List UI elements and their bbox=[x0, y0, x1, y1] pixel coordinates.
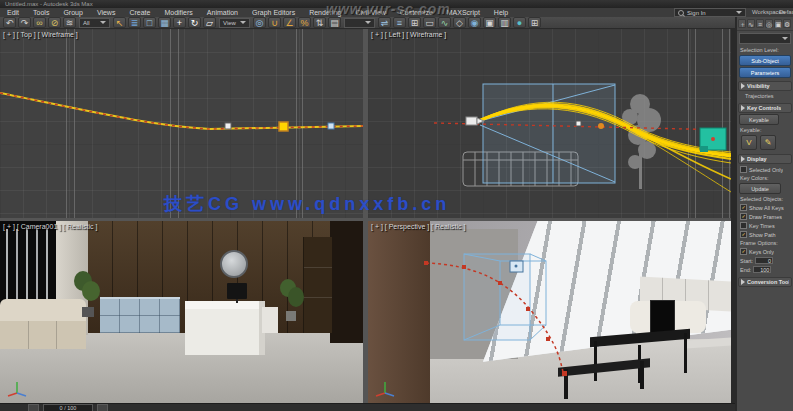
key-controls-rollout[interactable]: Key Controls bbox=[738, 103, 792, 113]
hierarchy-tab[interactable]: ≡ bbox=[756, 19, 764, 28]
checkbox-box[interactable]: ✓ bbox=[740, 248, 747, 255]
use-pivot-center-icon[interactable]: ◎ bbox=[253, 17, 266, 28]
conversion-tools-rollout[interactable]: Conversion Tools bbox=[738, 277, 792, 287]
keyable-button[interactable]: Keyable bbox=[739, 114, 779, 125]
checkbox-box[interactable] bbox=[740, 166, 747, 173]
viewport-perspective-label[interactable]: [ + ] [ Perspective ] [ Realistic ] bbox=[371, 223, 465, 230]
workspace-value[interactable]: Default bbox=[779, 9, 793, 15]
end-field[interactable]: 100 bbox=[753, 266, 771, 273]
chevron-down-icon bbox=[782, 37, 788, 40]
mirror-icon[interactable]: ⇌ bbox=[378, 17, 391, 28]
bind-to-spacewarp-icon[interactable]: ≋ bbox=[63, 17, 76, 28]
select-and-rotate-icon[interactable]: ↻ bbox=[188, 17, 201, 28]
selected-objects-label: Selected Objects: bbox=[737, 195, 793, 203]
viewport-camera[interactable]: [ + ] [ Camera001 ] [ Realistic ] bbox=[0, 221, 363, 403]
checkbox-show-path[interactable]: ✓Show Path bbox=[737, 230, 793, 239]
viewport-top[interactable]: [ + ] [ Top ] [ Wireframe ] bbox=[0, 29, 363, 218]
undo-icon[interactable]: ↶ bbox=[3, 17, 16, 28]
checkbox-box[interactable]: ✓ bbox=[740, 231, 747, 238]
rendered-frame-window-icon[interactable]: ▥ bbox=[498, 17, 511, 28]
named-selection-dropdown[interactable] bbox=[344, 18, 375, 28]
menu-tools[interactable]: Tools bbox=[26, 9, 56, 16]
viewport-top-label[interactable]: [ + ] [ Top ] [ Wireframe ] bbox=[3, 31, 78, 38]
sub-object-button[interactable]: Sub-Object bbox=[739, 55, 791, 66]
viewport-left-label[interactable]: [ + ] [ Left ] [ Wireframe ] bbox=[371, 31, 446, 38]
motion-tab[interactable]: ◎ bbox=[765, 19, 773, 28]
update-button[interactable]: Update bbox=[739, 183, 781, 194]
checkbox-show-all-keys[interactable]: ✓Show All Keys bbox=[737, 203, 793, 212]
select-object-icon[interactable]: ↖ bbox=[113, 17, 126, 28]
visibility-rollout[interactable]: Visibility bbox=[738, 81, 792, 91]
display-rollout[interactable]: Display bbox=[738, 154, 792, 164]
checkbox-key-times[interactable]: Key Times bbox=[737, 221, 793, 230]
frame-display[interactable]: 0 / 100 bbox=[43, 404, 93, 411]
frame-checks: ✓Keys Only bbox=[737, 247, 793, 256]
parameters-button[interactable]: Parameters bbox=[739, 67, 791, 78]
checkbox-draw-frames[interactable]: ✓Draw Frames bbox=[737, 212, 793, 221]
ribbon-icon[interactable]: ▭ bbox=[423, 17, 436, 28]
selection-filter-dropdown-value: All bbox=[83, 20, 97, 26]
select-and-scale-icon[interactable]: ▱ bbox=[203, 17, 216, 28]
snap-toggle-icon[interactable]: ∪ bbox=[268, 17, 281, 28]
select-and-move-icon[interactable]: + bbox=[173, 17, 186, 28]
spinner-snap-icon[interactable]: ⇅ bbox=[313, 17, 326, 28]
edit-named-selection-sets-icon[interactable]: ▤ bbox=[328, 17, 341, 28]
menu-edit[interactable]: Edit bbox=[0, 9, 26, 16]
schematic-view-icon[interactable]: ◇ bbox=[453, 17, 466, 28]
curve-editor-icon[interactable]: ∿ bbox=[438, 17, 451, 28]
align-icon[interactable]: ≡ bbox=[393, 17, 406, 28]
sign-in-dropdown[interactable]: Sign In bbox=[674, 8, 746, 17]
checkbox-keys-only[interactable]: ✓Keys Only bbox=[737, 247, 793, 256]
create-tab[interactable]: ＋ bbox=[738, 19, 746, 28]
menu-group[interactable]: Group bbox=[56, 9, 89, 16]
utilities-tab[interactable]: ⚙ bbox=[783, 19, 791, 28]
checkbox-label: Show Path bbox=[749, 232, 776, 238]
checkbox-box[interactable]: ✓ bbox=[740, 204, 747, 211]
angle-snap-icon[interactable]: ∠ bbox=[283, 17, 296, 28]
vertex-key-icon[interactable]: V bbox=[741, 135, 757, 150]
reference-coordinate-dropdown[interactable]: View bbox=[219, 18, 250, 28]
menu-modifiers[interactable]: Modifiers bbox=[157, 9, 199, 16]
selected-object-teal bbox=[700, 128, 726, 152]
command-panel: ＋∿≡◎▣⚙ Selection Level: Sub-Object Param… bbox=[735, 17, 793, 411]
render-production-icon[interactable]: ● bbox=[513, 17, 526, 28]
menu-views[interactable]: Views bbox=[90, 9, 123, 16]
menu-create[interactable]: Create bbox=[122, 9, 157, 16]
camera-path-graphic bbox=[368, 29, 731, 218]
target-frustum bbox=[464, 254, 546, 340]
axis-tripod bbox=[374, 379, 396, 397]
select-and-link-icon[interactable]: ∞ bbox=[33, 17, 46, 28]
material-editor-icon[interactable]: ◉ bbox=[468, 17, 481, 28]
checkbox-label: Selected Only bbox=[749, 167, 783, 173]
render-setup-icon[interactable]: ▣ bbox=[483, 17, 496, 28]
modify-tab[interactable]: ∿ bbox=[747, 19, 755, 28]
layer-manager-icon[interactable]: ⊞ bbox=[408, 17, 421, 28]
redo-icon[interactable]: ↷ bbox=[18, 17, 31, 28]
trajectories-item[interactable]: Trajectories bbox=[737, 92, 793, 100]
object-name-dropdown[interactable] bbox=[739, 33, 791, 44]
window-crossing-icon[interactable]: ▦ bbox=[158, 17, 171, 28]
checkbox-selected-only[interactable]: Selected Only bbox=[737, 165, 793, 174]
checkbox-box[interactable] bbox=[740, 222, 747, 229]
viewport-left[interactable]: [ + ] [ Left ] [ Wireframe ] bbox=[368, 29, 731, 218]
horizontal-splitter[interactable] bbox=[0, 218, 731, 221]
display-tab[interactable]: ▣ bbox=[774, 19, 782, 28]
viewport-perspective[interactable]: [ + ] [ Perspective ] [ Realistic ] bbox=[368, 221, 731, 403]
select-by-name-icon[interactable]: ≣ bbox=[128, 17, 141, 28]
selection-filter-dropdown[interactable]: All bbox=[79, 18, 110, 28]
camera-target-box bbox=[510, 261, 523, 272]
percent-snap-icon[interactable]: % bbox=[298, 17, 311, 28]
viewport-camera-label[interactable]: [ + ] [ Camera001 ] [ Realistic ] bbox=[3, 223, 97, 230]
vertical-splitter[interactable] bbox=[363, 29, 368, 403]
draw-key-icon[interactable]: ✎ bbox=[760, 135, 776, 150]
menu-animation[interactable]: Animation bbox=[200, 9, 245, 16]
start-field[interactable]: 0 bbox=[755, 257, 773, 264]
menu-help[interactable]: Help bbox=[487, 9, 515, 16]
unlink-selection-icon[interactable]: ⊘ bbox=[48, 17, 61, 28]
checkbox-box[interactable]: ✓ bbox=[740, 213, 747, 220]
rectangular-selection-region-icon[interactable]: □ bbox=[143, 17, 156, 28]
quad-view-icon[interactable]: ⊞ bbox=[528, 17, 541, 28]
menu-graph-editors[interactable]: Graph Editors bbox=[245, 9, 302, 16]
timeline-prev-button[interactable] bbox=[28, 404, 39, 411]
timeline-next-button[interactable] bbox=[97, 404, 108, 411]
